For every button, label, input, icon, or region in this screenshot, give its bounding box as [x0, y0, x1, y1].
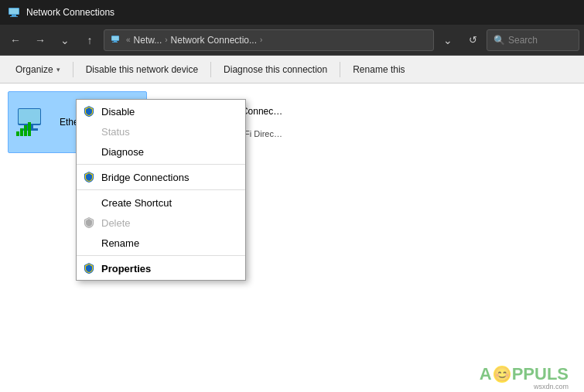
main-content: Ethernet Local Area Connection* 10 Enabl… — [0, 84, 584, 392]
context-menu-sep3 — [77, 255, 245, 256]
address-connections: Network Connectio... — [171, 35, 257, 46]
context-menu-bridge[interactable]: Bridge Connections — [77, 167, 245, 187]
search-icon: 🔍 — [493, 35, 505, 46]
svg-rect-6 — [112, 42, 118, 43]
svg-rect-5 — [114, 41, 117, 42]
toolbar-separator-1 — [73, 62, 73, 77]
address-sep2: › — [260, 36, 262, 44]
refresh-button[interactable]: ↺ — [462, 29, 483, 51]
delete-label: Delete — [101, 217, 131, 229]
search-bar[interactable]: 🔍 Search — [487, 29, 579, 51]
address-chevron: « — [126, 36, 131, 44]
disable-label: Disable — [101, 106, 135, 118]
watermark-a: A — [480, 364, 492, 384]
organize-label: Organize — [15, 64, 53, 75]
title-bar-title: Network Connections — [26, 7, 114, 18]
svg-rect-1 — [12, 15, 16, 16]
title-bar-icon — [8, 6, 20, 19]
context-menu: Disable Status Diagnose Bridge Connectio… — [76, 99, 246, 281]
bridge-shield-icon — [83, 171, 95, 183]
svg-rect-14 — [24, 125, 27, 136]
address-dropdown-button[interactable]: ⌄ — [437, 29, 459, 51]
nav-bar: ← → ⌄ ↑ « Netw... › Network Connectio...… — [0, 25, 584, 56]
context-menu-delete[interactable]: Delete — [77, 213, 245, 233]
context-menu-create-shortcut[interactable]: Create Shortcut — [77, 193, 245, 213]
delete-shield-icon — [83, 216, 95, 229]
address-sep1: › — [165, 36, 167, 44]
svg-rect-15 — [28, 122, 31, 136]
watermark-ppuls: PPULS — [512, 364, 569, 384]
toolbar-separator-2 — [210, 62, 211, 77]
organize-button[interactable]: Organize ▾ — [8, 59, 68, 80]
ethernet-icon — [15, 104, 52, 141]
properties-shield-icon — [83, 262, 95, 274]
svg-rect-2 — [10, 16, 18, 17]
recent-locations-button[interactable]: ⌄ — [54, 29, 76, 51]
toolbar: Organize ▾ Disable this network device D… — [0, 56, 584, 84]
bridge-connections-label: Bridge Connections — [101, 172, 189, 183]
context-menu-properties[interactable]: Properties — [77, 258, 245, 278]
context-menu-sep1 — [77, 164, 245, 165]
svg-rect-7 — [112, 36, 119, 40]
watermark-domain: wsxdn.com — [534, 383, 569, 390]
svg-rect-13 — [20, 128, 23, 136]
forward-button[interactable]: → — [29, 29, 51, 51]
up-button[interactable]: ↑ — [79, 29, 101, 51]
rename-label: Rename this — [353, 64, 405, 75]
context-menu-rename[interactable]: Rename — [77, 233, 245, 253]
diagnose-connection-label: Diagnose this connection — [224, 64, 327, 75]
back-button[interactable]: ← — [5, 29, 26, 51]
disable-network-button[interactable]: Disable this network device — [78, 59, 206, 80]
toolbar-separator-3 — [340, 62, 340, 77]
search-placeholder: Search — [508, 35, 538, 46]
watermark: A 😊 PPULS wsxdn.com — [480, 364, 569, 384]
watermark-face: 😊 — [493, 366, 511, 383]
diagnose-connection-button[interactable]: Diagnose this connection — [216, 59, 335, 80]
create-shortcut-label: Create Shortcut — [101, 197, 172, 209]
context-menu-disable[interactable]: Disable — [77, 101, 245, 121]
context-menu-sep2 — [77, 189, 245, 190]
address-netw: Netw... — [134, 35, 162, 46]
address-bar[interactable]: « Netw... › Network Connectio... › — [104, 29, 434, 51]
diagnose-label: Diagnose — [101, 146, 144, 158]
rename-button[interactable]: Rename this — [345, 59, 412, 80]
rename-context-label: Rename — [101, 237, 139, 249]
title-bar: Network Connections — [0, 0, 584, 25]
disable-shield-icon — [83, 105, 95, 118]
svg-rect-12 — [16, 131, 19, 136]
status-label: Status — [101, 126, 130, 138]
organize-dropdown-arrow: ▾ — [56, 66, 60, 73]
svg-rect-11 — [19, 109, 40, 124]
context-menu-status[interactable]: Status — [77, 121, 245, 141]
properties-label: Properties — [101, 263, 151, 274]
address-bar-icon — [111, 34, 123, 46]
context-menu-diagnose[interactable]: Diagnose — [77, 141, 245, 162]
svg-rect-3 — [9, 9, 19, 14]
disable-network-label: Disable this network device — [86, 64, 198, 75]
